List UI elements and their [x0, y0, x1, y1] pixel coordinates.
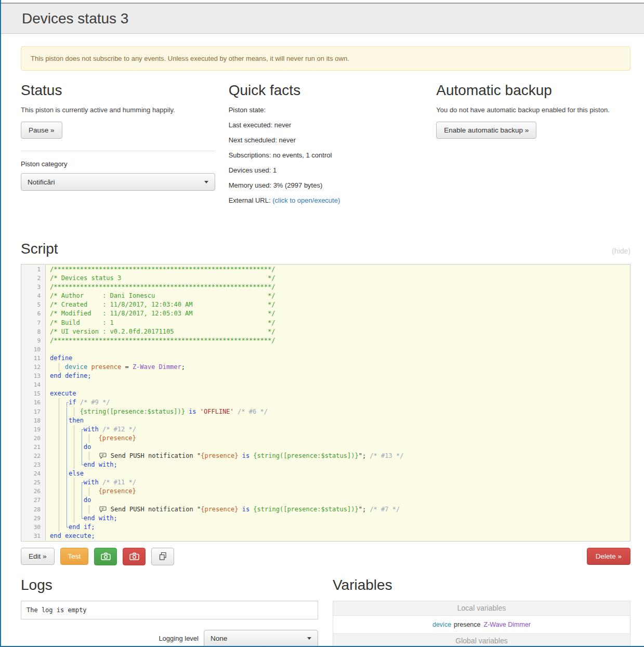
line-number: 15 [21, 389, 46, 398]
code-line: 8/* UI version : v0.2.0fd.20171105 */ [21, 327, 630, 336]
logs-section: Logs The log is empty Logging level None [21, 565, 318, 647]
camera-icon [129, 552, 139, 560]
line-number: 2 [21, 274, 46, 283]
quick-fact-last-executed: Last executed: never [229, 121, 423, 129]
variable-type: device [432, 621, 451, 628]
line-number: 10 [21, 345, 46, 354]
global-variables-header: Global variables [333, 633, 630, 647]
code-line: 5/* Created : 11/8/2017, 12:03:40 AM */ [21, 300, 630, 309]
copy-icon [159, 552, 167, 561]
code-line: 12device presence = Z-Wave Dimmer; [21, 363, 630, 372]
code-line: 21do [21, 443, 630, 452]
logs-box: The log is empty [21, 601, 318, 619]
code-line: 7/* Build : 1 */ [21, 319, 630, 327]
code-line: 14 [21, 380, 630, 389]
status-heading: Status [21, 82, 215, 99]
quick-fact-devices-used: Devices used: 1 [229, 166, 423, 174]
line-number: 27 [21, 496, 46, 505]
external-url-label: External URL: [229, 196, 273, 204]
quick-fact-piston-state: Piston state: [229, 106, 423, 114]
hide-script-link[interactable]: (hide) [612, 247, 630, 255]
quick-fact-memory-used: Memory used: 3% (2997 bytes) [229, 181, 423, 189]
line-number: 7 [21, 319, 46, 327]
piston-category-select[interactable]: Notificări [21, 173, 215, 191]
page-title: Devices status 3 [22, 10, 128, 27]
code-line: 18then [21, 416, 630, 425]
status-divider [21, 151, 215, 151]
backup-message: You do not have automatic backup enabled… [436, 106, 630, 114]
chevron-down-icon [307, 637, 311, 640]
line-number: 30 [21, 523, 46, 532]
variable-row: devicepresenceZ-Wave Dimmer [333, 615, 630, 633]
code-line: 28 Send PUSH notification "{presence} is… [21, 505, 630, 514]
line-number: 18 [21, 416, 46, 425]
line-number: 12 [21, 363, 46, 372]
automatic-backup-section: Automatic backup You do not have automat… [436, 71, 630, 212]
line-number: 26 [21, 487, 46, 496]
line-number: 6 [21, 309, 46, 318]
quick-facts-section: Quick facts Piston state: Last executed:… [229, 71, 423, 212]
edit-button[interactable]: Edit » [21, 548, 55, 565]
duplicate-button[interactable] [151, 548, 174, 565]
code-line: 24else [21, 469, 630, 478]
warning-banner: This piston does not subscribe to any ev… [21, 46, 630, 71]
code-line: 4/* Author : Dani Ionescu */ [21, 292, 630, 300]
line-number: 25 [21, 478, 46, 487]
line-number: 23 [21, 460, 46, 469]
line-number: 13 [21, 372, 46, 380]
line-number: 1 [21, 265, 46, 274]
enable-backup-button[interactable]: Enable automatic backup » [436, 122, 536, 139]
status-section: Status This piston is currently active a… [21, 71, 215, 212]
quick-fact-subscriptions: Subscriptions: no events, 1 control [229, 151, 423, 159]
code-line: 26{presence} [21, 487, 630, 496]
piston-category-value: Notificări [28, 178, 55, 186]
camera-red-button[interactable] [123, 548, 146, 565]
logs-heading: Logs [21, 577, 318, 593]
logging-level-value: None [211, 635, 227, 642]
code-line: 20{presence} [21, 434, 630, 443]
code-line: 27do [21, 496, 630, 505]
code-line: 2/* Devices status 3 */ [21, 274, 630, 283]
titlebar: Devices status 3 [1, 4, 644, 34]
logging-level-select[interactable]: None [204, 630, 318, 647]
code-line: 11define [21, 354, 630, 363]
line-number: 19 [21, 425, 46, 434]
test-button[interactable]: Test [60, 548, 89, 565]
speech-bubble-icon [99, 453, 107, 459]
quick-facts-heading: Quick facts [229, 82, 423, 99]
line-number: 24 [21, 469, 46, 478]
window-top-strip [1, 0, 644, 4]
chevron-down-icon [204, 181, 208, 183]
line-number: 31 [21, 532, 46, 540]
pause-button[interactable]: Pause » [21, 122, 62, 139]
code-line: 13end define; [21, 372, 630, 380]
code-line: 16if /* #9 */ [21, 398, 630, 407]
warning-text: This piston does not subscribe to any ev… [31, 55, 349, 62]
code-line: 25with /* #11 */ [21, 478, 630, 487]
code-line: 31end execute; [21, 532, 630, 540]
line-number: 17 [21, 407, 46, 416]
code-line: 1/**************************************… [21, 265, 630, 274]
line-number: 4 [21, 292, 46, 300]
line-number: 8 [21, 327, 46, 336]
line-number: 9 [21, 336, 46, 345]
page-content: This piston does not subscribe to any ev… [1, 46, 644, 647]
code-line: 6/* Modified : 11/8/2017, 12:05:03 AM */ [21, 309, 630, 318]
local-variables-header: Local variables [333, 601, 630, 615]
delete-button[interactable]: Delete » [587, 548, 630, 565]
code-editor: 1/**************************************… [21, 264, 630, 542]
variables-table: Local variables devicepresenceZ-Wave Dim… [333, 601, 630, 647]
variables-section: Variables Local variables devicepresence… [333, 565, 630, 647]
line-number: 16 [21, 398, 46, 407]
logs-empty-text: The log is empty [27, 606, 87, 614]
code-line: 23end with; [21, 460, 630, 469]
variables-heading: Variables [333, 577, 630, 593]
camera-green-button[interactable] [94, 548, 117, 565]
variable-value: Z-Wave Dimmer [484, 621, 531, 628]
status-message: This piston is currently active and humm… [21, 106, 215, 114]
code-line: 3/**************************************… [21, 283, 630, 292]
code-line: 30end if; [21, 523, 630, 532]
external-url-link[interactable]: (click to open/execute) [272, 196, 340, 204]
code-line: 9/**************************************… [21, 336, 630, 345]
code-line: 17{string([presence:$status])} is 'OFFLI… [21, 407, 630, 416]
